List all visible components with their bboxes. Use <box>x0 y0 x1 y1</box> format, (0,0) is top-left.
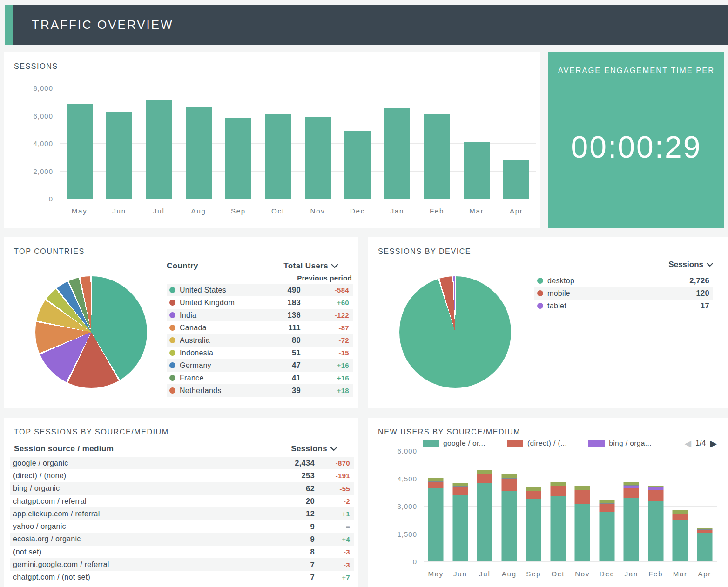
bar-Feb[interactable] <box>648 486 663 561</box>
bar-Nov[interactable] <box>575 486 590 561</box>
sessions-value: 62 <box>260 484 315 493</box>
bar-slot <box>337 88 377 199</box>
legend-label: (direct) / (... <box>527 439 567 447</box>
bar-Oct[interactable] <box>550 482 566 561</box>
device-pie-chart[interactable] <box>399 276 511 388</box>
next-page-icon[interactable]: ▶ <box>710 438 717 449</box>
previous-period-delta: +16 <box>301 374 349 382</box>
bar-Sep[interactable] <box>526 487 541 561</box>
bar-slot <box>497 451 522 562</box>
bar-Apr[interactable] <box>697 528 712 561</box>
legend-swatch <box>588 440 605 447</box>
bar-Mar[interactable] <box>673 510 688 561</box>
bar-segment <box>428 482 444 488</box>
device-sessions-value: 2,726 <box>654 276 709 285</box>
table-row: chatgpt.com / (not set)7+7 <box>10 571 354 584</box>
bar-segment <box>673 514 688 520</box>
total-users-value: 136 <box>272 311 301 320</box>
source-medium-name: bing / organic <box>13 484 260 493</box>
table-row: India136-122 <box>167 309 353 321</box>
bar-segment <box>575 486 590 490</box>
legend-dot <box>169 325 175 331</box>
previous-period-delta: -72 <box>301 336 349 344</box>
x-axis-label: Feb <box>644 570 668 578</box>
bar-segment <box>428 488 444 561</box>
bar-Jan[interactable] <box>384 108 410 199</box>
bar-Aug[interactable] <box>186 107 212 199</box>
source-medium-name: ecosia.org / organic <box>13 535 260 543</box>
bar-segment <box>452 487 468 495</box>
bar-slot <box>417 88 457 199</box>
axis-tick-label: 0 <box>413 558 417 566</box>
top-countries-title: TOP COUNTRIES <box>14 247 85 256</box>
previous-period-delta: +4 <box>315 535 350 543</box>
bar-Dec[interactable] <box>599 500 614 561</box>
bar-Aug[interactable] <box>501 474 517 561</box>
x-axis-label: Nov <box>570 570 595 578</box>
bar-slot <box>298 88 337 199</box>
x-axis-label: Mar <box>457 207 496 215</box>
legend-dot <box>169 375 175 381</box>
previous-period-delta: -2 <box>315 497 350 505</box>
bar-segment <box>697 533 712 561</box>
table-row: tablet17 <box>534 300 713 312</box>
new-users-card: NEW USERS BY SOURCE/MEDIUM google / or..… <box>368 418 728 587</box>
table-row: (direct) / (none)253-191 <box>10 469 354 482</box>
prev-page-icon[interactable]: ◀ <box>685 438 692 449</box>
bar-Sep[interactable] <box>225 118 251 199</box>
bar-Mar[interactable] <box>464 142 490 199</box>
axis-tick-label: 3,000 <box>397 502 417 510</box>
table-row: desktop2,726 <box>534 274 713 287</box>
legend-item[interactable]: google / or... <box>423 439 485 447</box>
dashboard: TRAFFIC OVERVIEW SESSIONS 02,0004,0006,0… <box>0 0 728 587</box>
bar-Dec[interactable] <box>344 131 371 199</box>
legend-item[interactable]: (direct) / (... <box>507 439 567 447</box>
bar-slot <box>497 88 536 199</box>
bar-May[interactable] <box>428 478 444 561</box>
device-rows: desktop2,726mobile120tablet17 <box>534 274 713 312</box>
table-row: mobile120 <box>534 287 713 300</box>
top-sources-table: Session source / medium Sessions google … <box>10 441 354 584</box>
top-countries-card: TOP COUNTRIES Country Total Users Previo… <box>4 237 358 408</box>
sources-sessions-header-label: Sessions <box>291 444 327 454</box>
device-name: desktop <box>547 277 654 285</box>
sources-sessions-sort-header[interactable]: Sessions <box>291 444 337 454</box>
engagement-scorecard: AVERAGE ENGAGEMENT TIME PER 00:00:29 <box>548 52 724 228</box>
bar-Nov[interactable] <box>305 117 331 199</box>
bar-Apr[interactable] <box>503 160 529 199</box>
x-axis-label: Oct <box>546 570 571 578</box>
bar-Feb[interactable] <box>424 114 450 199</box>
legend-label: google / or... <box>443 439 485 447</box>
device-name: tablet <box>547 302 654 310</box>
x-axis-label: May <box>60 207 99 215</box>
bar-Jun[interactable] <box>106 112 132 199</box>
bar-Jun[interactable] <box>452 483 468 561</box>
bar-segment <box>575 490 590 504</box>
bar-segment <box>265 114 291 199</box>
bar-Jul[interactable] <box>477 470 492 561</box>
table-row: app.clickup.com / referral12+1 <box>10 507 354 520</box>
bar-Oct[interactable] <box>265 114 291 199</box>
top-countries-pie-chart[interactable] <box>35 276 147 388</box>
total-users-sort-header[interactable]: Total Users <box>283 261 338 271</box>
bar-Jan[interactable] <box>624 482 639 561</box>
source-medium-column-header[interactable]: Session source / medium <box>14 444 291 454</box>
bar-Jul[interactable] <box>146 100 172 199</box>
x-axis-label: Dec <box>595 570 620 578</box>
x-axis-label: Oct <box>258 207 298 215</box>
top-sources-title: TOP SESSIONS BY SOURCE/MEDIUM <box>14 428 169 436</box>
bar-slots <box>60 88 536 199</box>
sessions-by-device-title: SESSIONS BY DEVICE <box>378 247 471 256</box>
bar-segment <box>673 510 688 514</box>
device-sessions-sort-header[interactable]: Sessions <box>534 258 713 272</box>
country-column-header[interactable]: Country <box>167 261 283 271</box>
table-row: Australia80-72 <box>167 334 353 347</box>
top-countries-rows: United States490-584United Kingdom183+60… <box>167 284 353 397</box>
new-users-stacked-bar-chart[interactable]: 01,5003,0004,5006,000MayJunJulAugSepOctN… <box>424 451 717 578</box>
total-users-value: 183 <box>272 298 301 307</box>
legend-item[interactable]: bing / orga... <box>588 439 652 447</box>
source-medium-name: (direct) / (none) <box>13 472 260 480</box>
country-name: United States <box>180 286 272 294</box>
sessions-bar-chart[interactable]: 02,0004,0006,0008,000MayJunJulAugSepOctN… <box>60 88 536 215</box>
bar-May[interactable] <box>67 104 93 199</box>
